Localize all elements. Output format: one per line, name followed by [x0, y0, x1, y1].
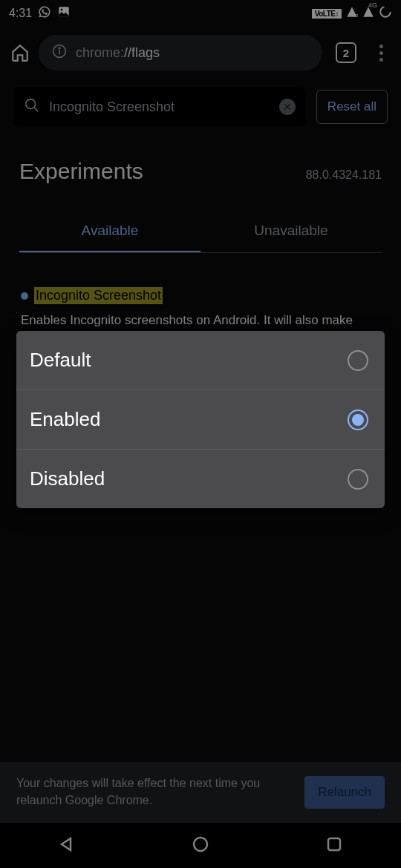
svg-text:R: R	[355, 13, 358, 18]
search-box[interactable]: Incognito Screenshot ✕	[13, 88, 306, 126]
volte-badge: VoLTE↕	[312, 9, 342, 19]
svg-rect-10	[328, 838, 340, 850]
svg-point-1	[61, 9, 63, 11]
search-icon	[24, 97, 40, 116]
svg-point-9	[194, 838, 207, 851]
loading-spinner-icon	[379, 5, 392, 22]
version-label: 88.0.4324.181	[306, 168, 382, 182]
option-label: Default	[30, 349, 91, 372]
option-enabled[interactable]: Enabled	[16, 390, 385, 450]
info-icon	[52, 44, 67, 62]
browser-toolbar: chrome://flags 2	[0, 27, 401, 79]
back-button[interactable]	[58, 835, 76, 856]
relaunch-message: Your changes will take effect the next t…	[16, 775, 293, 809]
experiments-header: Experiments 88.0.4324.181	[0, 135, 401, 193]
page-title: Experiments	[19, 159, 143, 184]
url-text: chrome://flags	[76, 45, 160, 61]
status-bar: 4:31 VoLTE↕ R 4G	[0, 0, 401, 27]
radio-icon-selected	[348, 410, 368, 430]
svg-line-8	[34, 108, 38, 111]
option-default[interactable]: Default	[16, 331, 385, 390]
tabs-button[interactable]: 2	[336, 42, 356, 63]
whatsapp-icon	[38, 5, 51, 22]
system-nav-bar	[0, 822, 401, 868]
option-label: Disabled	[30, 467, 105, 490]
svg-point-3	[380, 7, 391, 17]
clock: 4:31	[9, 7, 32, 20]
flag-status-dot	[21, 292, 28, 300]
reset-all-button[interactable]: Reset all	[316, 90, 388, 124]
relaunch-button[interactable]: Relaunch	[304, 776, 385, 809]
tab-available[interactable]: Available	[19, 211, 200, 252]
svg-point-7	[26, 99, 36, 109]
signal-icon-1: R	[346, 6, 358, 21]
radio-icon	[348, 469, 368, 490]
overflow-menu-button[interactable]	[370, 45, 392, 62]
photos-icon	[57, 5, 71, 22]
option-label: Enabled	[30, 408, 100, 431]
radio-icon	[348, 350, 368, 371]
home-nav-button[interactable]	[192, 835, 209, 856]
relaunch-bar: Your changes will take effect the next t…	[0, 762, 401, 822]
home-button[interactable]	[9, 42, 31, 64]
flag-title[interactable]: Incognito Screenshot	[34, 287, 163, 304]
signal-icon-2: 4G	[362, 6, 374, 21]
search-row: Incognito Screenshot ✕ Reset all	[0, 79, 401, 135]
search-input[interactable]: Incognito Screenshot	[49, 99, 270, 115]
url-bar[interactable]: chrome://flags	[39, 35, 322, 70]
tab-unavailable[interactable]: Unavailable	[200, 211, 382, 252]
clear-search-icon[interactable]: ✕	[279, 99, 296, 115]
svg-point-6	[59, 47, 60, 49]
recents-button[interactable]	[325, 835, 343, 856]
option-disabled[interactable]: Disabled	[16, 450, 385, 508]
flag-dropdown-popup: Default Enabled Disabled	[16, 331, 385, 508]
tab-count: 2	[343, 47, 349, 59]
tab-bar: Available Unavailable	[19, 211, 382, 253]
